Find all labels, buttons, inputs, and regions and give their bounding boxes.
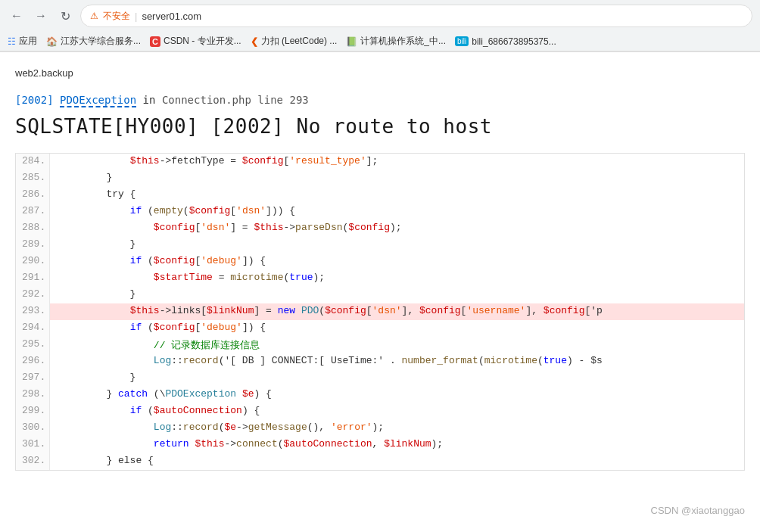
address-text: server01.com <box>142 11 201 22</box>
address-bar[interactable]: ⚠ 不安全 | server01.com <box>80 5 752 27</box>
code-line: 299. if ($autoConnection) { <box>16 403 744 420</box>
code-line: 291. $startTime = microtime(true); <box>16 270 744 287</box>
bookmarks-bar: ☷ 应用 🏠 江苏大学综合服务... C CSDN - 专业开发... ❮ 力扣… <box>0 32 760 51</box>
line-content: } <box>50 170 744 187</box>
bookmark-label: 力扣 (LeetCode) ... <box>261 35 338 48</box>
code-line: 285. } <box>16 170 744 187</box>
error-title: SQLSTATE[HY000] [2002] No route to host <box>15 115 745 138</box>
line-number: 293. <box>16 303 50 320</box>
apps-icon: ☷ <box>8 36 16 47</box>
error-code: [2002] <box>15 94 54 106</box>
line-content: } <box>50 237 744 254</box>
line-number: 297. <box>16 370 50 387</box>
security-icon: ⚠ <box>90 11 98 21</box>
page-url: web2.backup <box>15 67 745 79</box>
bookmark-bili[interactable]: bili bili_686673895375... <box>455 36 556 47</box>
code-line: 295. // 记录数据库连接信息 <box>16 337 744 353</box>
line-content: Log::record($e->getMessage(), 'error'); <box>50 420 744 437</box>
line-number: 284. <box>16 154 50 170</box>
forward-button[interactable]: → <box>32 7 50 25</box>
jiangsu-icon: 🏠 <box>46 36 58 47</box>
line-content: } <box>50 370 744 387</box>
line-number: 285. <box>16 170 50 187</box>
bookmark-label: 应用 <box>19 35 37 48</box>
bookmark-label: CSDN - 专业开发... <box>164 35 241 48</box>
line-content: } <box>50 287 744 303</box>
nav-bar: ← → ↻ ⚠ 不安全 | server01.com <box>0 0 760 32</box>
code-line: 301. return $this->connect($autoConnecti… <box>16 437 744 453</box>
line-number: 298. <box>16 387 50 403</box>
line-content: $this->links[$linkNum] = new PDO($config… <box>50 303 744 320</box>
code-line: 290. if ($config['debug']) { <box>16 254 744 270</box>
line-content: // 记录数据库连接信息 <box>50 337 744 353</box>
line-number: 294. <box>16 320 50 337</box>
line-number: 291. <box>16 270 50 287</box>
line-content: $this->fetchType = $config['result_type'… <box>50 154 744 170</box>
code-line: 294. if ($config['debug']) { <box>16 320 744 337</box>
code-line: 292. } <box>16 287 744 303</box>
browser-chrome: ← → ↻ ⚠ 不安全 | server01.com ☷ 应用 🏠 江苏大学综合… <box>0 0 760 52</box>
error-file: Connection.php line 293 <box>162 94 309 106</box>
line-content: try { <box>50 187 744 204</box>
bookmark-label: 江苏大学综合服务... <box>61 35 141 48</box>
line-number: 299. <box>16 403 50 420</box>
page-content: web2.backup [2002] PDOException in Conne… <box>0 52 760 524</box>
code-block: 284. $this->fetchType = $config['result_… <box>15 153 745 471</box>
code-line: 298. } catch (\PDOException $e) { <box>16 387 744 403</box>
line-content: } else { <box>50 453 744 470</box>
line-number: 300. <box>16 420 50 437</box>
line-number: 302. <box>16 453 50 470</box>
line-number: 296. <box>16 353 50 370</box>
line-content: } catch (\PDOException $e) { <box>50 387 744 403</box>
line-number: 287. <box>16 204 50 220</box>
bili-icon: bili <box>455 36 469 46</box>
line-number: 288. <box>16 220 50 237</box>
back-button[interactable]: ← <box>8 7 26 25</box>
line-content: if ($config['debug']) { <box>50 320 744 337</box>
csdn-icon: C <box>150 36 160 47</box>
bookmark-os[interactable]: 📗 计算机操作系统_中... <box>346 35 446 48</box>
line-content: Log::record('[ DB ] CONNECT:[ UseTime:' … <box>50 353 744 370</box>
reload-button[interactable]: ↻ <box>56 7 74 25</box>
code-line: 297. } <box>16 370 744 387</box>
watermark: CSDN @xiaotanggao <box>651 505 745 516</box>
code-line: 284. $this->fetchType = $config['result_… <box>16 154 744 170</box>
line-number: 301. <box>16 437 50 453</box>
code-line: 286. try { <box>16 187 744 204</box>
bookmark-jiangsu[interactable]: 🏠 江苏大学综合服务... <box>46 35 141 48</box>
code-line: 293. $this->links[$linkNum] = new PDO($c… <box>16 303 744 320</box>
code-line: 289. } <box>16 237 744 254</box>
line-content: $config['dsn'] = $this->parseDsn($config… <box>50 220 744 237</box>
exception-class[interactable]: PDOException <box>60 94 136 107</box>
line-content: if ($config['debug']) { <box>50 254 744 270</box>
error-in-text: in <box>143 94 162 106</box>
line-content: if ($autoConnection) { <box>50 403 744 420</box>
bookmark-label: 计算机操作系统_中... <box>360 35 446 48</box>
error-code-line: [2002] PDOException in Connection.php li… <box>15 94 745 106</box>
bookmark-csdn[interactable]: C CSDN - 专业开发... <box>150 35 241 48</box>
code-line: 296. Log::record('[ DB ] CONNECT:[ UseTi… <box>16 353 744 370</box>
line-number: 295. <box>16 337 50 353</box>
code-line: 302. } else { <box>16 453 744 470</box>
code-line: 300. Log::record($e->getMessage(), 'erro… <box>16 420 744 437</box>
line-number: 290. <box>16 254 50 270</box>
line-content: return $this->connect($autoConnection, $… <box>50 437 744 453</box>
bookmark-label: bili_686673895375... <box>472 36 556 47</box>
os-icon: 📗 <box>346 36 357 47</box>
line-number: 289. <box>16 237 50 254</box>
leetcode-icon: ❮ <box>251 36 258 47</box>
bookmark-apps[interactable]: ☷ 应用 <box>8 35 37 48</box>
security-label: 不安全 <box>103 10 130 23</box>
code-line: 287. if (empty($config['dsn'])) { <box>16 204 744 220</box>
line-content: $startTime = microtime(true); <box>50 270 744 287</box>
error-header: [2002] PDOException in Connection.php li… <box>15 94 745 138</box>
bookmark-leetcode[interactable]: ❮ 力扣 (LeetCode) ... <box>251 35 338 48</box>
line-content: if (empty($config['dsn'])) { <box>50 204 744 220</box>
address-separator: | <box>135 11 137 22</box>
code-line: 288. $config['dsn'] = $this->parseDsn($c… <box>16 220 744 237</box>
line-number: 286. <box>16 187 50 204</box>
line-number: 292. <box>16 287 50 303</box>
